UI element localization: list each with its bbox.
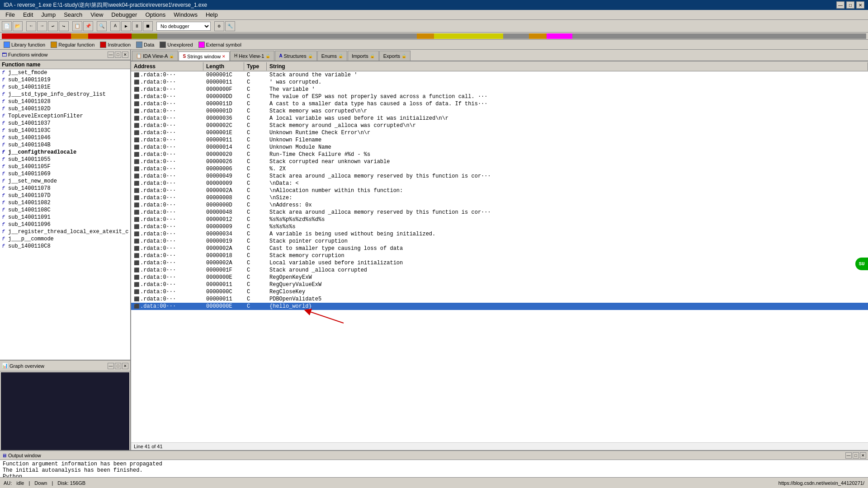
string-row[interactable]: ⬛.rdata:0···0000002ACCast to smaller typ… (131, 245, 868, 252)
menu-windows[interactable]: Windows (170, 10, 201, 19)
string-row[interactable]: ⬛.rdata:0···0000000CCRegCloseKey (131, 288, 868, 296)
debugger-dropdown[interactable]: No debugger (156, 22, 211, 31)
string-row[interactable]: ⬛.rdata:0···00000020CRun-Time Check Fail… (131, 151, 868, 158)
output-minimize-btn[interactable]: — (845, 452, 852, 459)
tab-close-strings[interactable]: ✕ (222, 54, 226, 59)
title-bar-controls[interactable]: — □ ✕ (836, 1, 864, 9)
menu-search[interactable]: Search (60, 10, 86, 19)
green-circle-button[interactable]: SU (855, 258, 868, 270)
function-item[interactable]: fsub_140011091 (0, 214, 130, 221)
minimize-button[interactable]: — (836, 1, 844, 9)
function-item[interactable]: fsub_14001107D (0, 192, 130, 199)
function-item[interactable]: fsub_140011078 (0, 185, 130, 192)
string-row[interactable]: ⬛.rdata:0···00000034CA variable is being… (131, 230, 868, 238)
tb-paste[interactable]: 📌 (83, 21, 93, 31)
string-row[interactable]: ⬛.rdata:0···0000000ECRegOpenKeyExW (131, 274, 868, 281)
function-item[interactable]: fsub_140011082 (0, 199, 130, 206)
maximize-button[interactable]: □ (846, 1, 854, 9)
strings-body[interactable]: ⬛.rdata:0···0000001CCStack around the va… (131, 71, 868, 442)
functions-close-btn[interactable]: ✕ (122, 52, 128, 58)
string-row[interactable]: ⬛.rdata:0···00000008C\nSize: (131, 194, 868, 202)
string-row[interactable]: ⬛.rdata:0···000000DDCThe value of ESP wa… (131, 93, 868, 100)
tb-copy[interactable]: 📋 (72, 21, 82, 31)
tb-fwd2[interactable]: ↪ (59, 21, 69, 31)
close-button[interactable]: ✕ (856, 1, 864, 9)
string-row[interactable]: ⬛.rdata:0···0000000FCThe variable ' (131, 86, 868, 93)
functions-list[interactable]: fj__set_fmodefsub_140011019fsub_14001101… (0, 69, 130, 360)
function-item[interactable]: fsub_14001102D (0, 105, 130, 113)
function-item[interactable]: fj___std_type_info_destroy_list (0, 91, 130, 98)
tb-settings1[interactable]: ⚙ (214, 21, 224, 31)
function-item[interactable]: fj__set_fmode (0, 69, 130, 76)
output-controls[interactable]: — □ ✕ (845, 452, 866, 459)
tab-exports[interactable]: Exports 🔒 (379, 51, 410, 61)
string-row[interactable]: ⬛.data:00···0000000EC{hello_world} (131, 303, 868, 310)
tb-search[interactable]: 🔍 (97, 21, 107, 31)
string-row[interactable]: ⬛.rdata:0···00000011C' was corrupted. (131, 79, 868, 86)
tb-back2[interactable]: ↩ (48, 21, 58, 31)
tb-settings2[interactable]: 🔧 (225, 21, 235, 31)
menu-debugger[interactable]: Debugger (108, 10, 141, 19)
string-row[interactable]: ⬛.rdata:0···00000006C%. 2X (131, 165, 868, 173)
function-item[interactable]: fsub_140011055 (0, 156, 130, 163)
tb-stop[interactable]: ⏹ (143, 21, 153, 31)
function-item[interactable]: fj__set_new_mode (0, 178, 130, 185)
string-row[interactable]: ⬛.rdata:0···00000036CA local variable wa… (131, 115, 868, 122)
tab-hex[interactable]: H Hex View-1 🔒 (230, 51, 274, 61)
function-item[interactable]: fsub_140011019 (0, 76, 130, 84)
tb-open[interactable]: 📂 (13, 21, 23, 31)
function-item[interactable]: fsub_14001101E (0, 84, 130, 91)
string-row[interactable]: ⬛.rdata:0···00000011CPDBOpenValidate5 (131, 296, 868, 303)
function-item[interactable]: fj__register_thread_local_exe_atexit_c (0, 228, 130, 235)
function-item[interactable]: fsub_140011046 (0, 134, 130, 141)
output-float-btn[interactable]: □ (853, 452, 859, 459)
string-row[interactable]: ⬛.rdata:0···0000000DC\nAddress: 0x (131, 202, 868, 209)
string-row[interactable]: ⬛.rdata:0···0000001ECUnknown Runtime Che… (131, 129, 868, 136)
string-row[interactable]: ⬛.rdata:0···0000001DCStack memory was co… (131, 108, 868, 115)
menu-view[interactable]: View (87, 10, 107, 19)
tab-strings[interactable]: S Strings window ✕ (179, 52, 230, 61)
string-row[interactable]: ⬛.rdata:0···0000011DCA cast to a smaller… (131, 100, 868, 108)
function-item[interactable]: fsub_140011096 (0, 221, 130, 228)
graph-overview-controls[interactable]: — □ ✕ (108, 363, 128, 369)
graph-minimize-btn[interactable]: — (108, 363, 114, 369)
graph-float-btn[interactable]: □ (115, 363, 121, 369)
string-row[interactable]: ⬛.rdata:0···00000012C%s%s%p%s%zd%s%d%s (131, 216, 868, 223)
string-row[interactable]: ⬛.rdata:0···0000001CCStack around the va… (131, 71, 868, 79)
function-item[interactable]: fsub_140011028 (0, 98, 130, 105)
string-row[interactable]: ⬛.rdata:0···00000048CStack area around _… (131, 209, 868, 216)
tb-new[interactable]: 📄 (2, 21, 12, 31)
output-close-btn[interactable]: ✕ (860, 452, 866, 459)
string-row[interactable]: ⬛.rdata:0···00000049CStack area around _… (131, 173, 868, 180)
string-row[interactable]: ⬛.rdata:0···0000002AC\nAllocation number… (131, 187, 868, 194)
string-row[interactable]: ⬛.rdata:0···00000011CRegQueryValueExW (131, 281, 868, 288)
function-item[interactable]: fTopLevelExceptionFilter (0, 113, 130, 120)
string-row[interactable]: ⬛.rdata:0···00000019CStack pointer corru… (131, 238, 868, 245)
tb-forward[interactable]: → (37, 21, 47, 31)
tb-run[interactable]: ▶ (121, 21, 131, 31)
tab-imports[interactable]: Imports 🔒 (348, 51, 379, 61)
function-item[interactable]: fsub_140011037 (0, 120, 130, 127)
string-row[interactable]: ⬛.rdata:0···00000011CUnknown Filename (131, 136, 868, 144)
functions-header-controls[interactable]: — □ ✕ (108, 52, 128, 58)
function-item[interactable]: fsub_14001105F (0, 163, 130, 170)
string-row[interactable]: ⬛.rdata:0···00000018CStack memory corrup… (131, 252, 868, 259)
string-row[interactable]: ⬛.rdata:0···0000002CCStack memory around… (131, 122, 868, 129)
function-item[interactable]: fsub_1400110C8 (0, 243, 130, 250)
tb-back[interactable]: ← (26, 21, 36, 31)
tab-structures[interactable]: A Structures 🔒 (275, 51, 316, 61)
menu-file[interactable]: File (2, 10, 19, 19)
functions-float-btn[interactable]: □ (115, 52, 121, 58)
graph-close-btn[interactable]: ✕ (122, 363, 128, 369)
menu-help[interactable]: Help (202, 10, 222, 19)
string-row[interactable]: ⬛.rdata:0···00000009C\nData: < (131, 180, 868, 187)
string-row[interactable]: ⬛.rdata:0···00000014CUnknown Module Name (131, 144, 868, 151)
function-item[interactable]: fsub_140011069 (0, 170, 130, 178)
function-item[interactable]: fsub_14001108C (0, 206, 130, 214)
string-row[interactable]: ⬛.rdata:0···0000001FCStack around _alloc… (131, 267, 868, 274)
function-item[interactable]: fsub_14001104B (0, 141, 130, 149)
function-item[interactable]: fj___p__commode (0, 235, 130, 243)
tab-ida-view[interactable]: 📋 IDA View-A 🔒 (132, 51, 178, 61)
menu-edit[interactable]: Edit (19, 10, 37, 19)
tab-enums[interactable]: Enums 🔒 (317, 51, 347, 61)
